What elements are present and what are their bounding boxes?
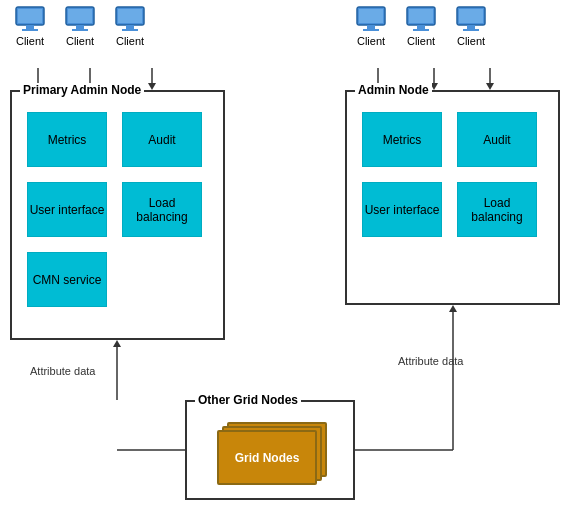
svg-rect-41: [413, 29, 429, 31]
svg-rect-26: [72, 29, 88, 31]
svg-rect-25: [76, 25, 84, 29]
other-grid-nodes-box: Other Grid Nodes Grid Nodes: [185, 400, 355, 500]
audit-left-tile: Audit: [122, 112, 202, 167]
client-left-3: Client: [114, 5, 146, 47]
svg-rect-21: [22, 29, 38, 31]
primary-admin-node-box: Primary Admin Node Metrics Audit User in…: [10, 90, 225, 340]
loadbalancing-right-label: Load balancing: [458, 196, 536, 224]
client-right-2-label: Client: [407, 35, 435, 47]
svg-rect-33: [118, 9, 142, 23]
svg-rect-46: [463, 29, 479, 31]
grid-node-card-front: Grid Nodes: [217, 430, 317, 485]
monitor-icon: [405, 5, 437, 33]
svg-rect-20: [26, 25, 34, 29]
audit-right-tile: Audit: [457, 112, 537, 167]
userinterface-right-tile: User interface: [362, 182, 442, 237]
svg-marker-13: [113, 340, 121, 347]
client-right-1-label: Client: [357, 35, 385, 47]
svg-marker-11: [486, 83, 494, 90]
monitor-icon: [114, 5, 146, 33]
metrics-left-tile: Metrics: [27, 112, 107, 167]
svg-rect-23: [18, 9, 42, 23]
client-left-2-label: Client: [66, 35, 94, 47]
svg-rect-40: [417, 25, 425, 29]
audit-right-label: Audit: [483, 133, 510, 147]
metrics-left-label: Metrics: [48, 133, 87, 147]
attribute-data-left-label: Attribute data: [30, 365, 95, 377]
svg-marker-5: [148, 83, 156, 90]
svg-rect-43: [409, 9, 433, 23]
clients-right-group: Client Client Client: [355, 5, 487, 47]
primary-admin-node-title: Primary Admin Node: [20, 83, 144, 97]
client-right-3-label: Client: [457, 35, 485, 47]
client-left-3-label: Client: [116, 35, 144, 47]
cmn-label: CMN service: [33, 273, 102, 287]
monitor-icon: [14, 5, 46, 33]
monitor-icon: [455, 5, 487, 33]
other-grid-nodes-title: Other Grid Nodes: [195, 393, 301, 407]
metrics-right-tile: Metrics: [362, 112, 442, 167]
admin-node-box: Admin Node Metrics Audit User interface …: [345, 90, 560, 305]
attribute-data-right-label: Attribute data: [398, 355, 463, 367]
metrics-right-label: Metrics: [383, 133, 422, 147]
loadbalancing-right-tile: Load balancing: [457, 182, 537, 237]
svg-rect-35: [367, 25, 375, 29]
client-right-3: Client: [455, 5, 487, 47]
userinterface-left-label: User interface: [30, 203, 105, 217]
svg-marker-15: [449, 305, 457, 312]
diagram: Client Client Client: [0, 0, 572, 530]
svg-rect-28: [68, 9, 92, 23]
userinterface-left-tile: User interface: [27, 182, 107, 237]
client-left-2: Client: [64, 5, 96, 47]
svg-rect-36: [363, 29, 379, 31]
clients-left-group: Client Client Client: [14, 5, 146, 47]
client-right-1: Client: [355, 5, 387, 47]
monitor-icon: [64, 5, 96, 33]
client-right-2: Client: [405, 5, 437, 47]
monitor-icon: [355, 5, 387, 33]
cmn-tile: CMN service: [27, 252, 107, 307]
svg-rect-38: [359, 9, 383, 23]
userinterface-right-label: User interface: [365, 203, 440, 217]
svg-rect-45: [467, 25, 475, 29]
svg-rect-48: [459, 9, 483, 23]
svg-rect-30: [126, 25, 134, 29]
loadbalancing-left-label: Load balancing: [123, 196, 201, 224]
grid-nodes-label: Grid Nodes: [235, 451, 300, 465]
svg-rect-31: [122, 29, 138, 31]
admin-node-title: Admin Node: [355, 83, 432, 97]
loadbalancing-left-tile: Load balancing: [122, 182, 202, 237]
audit-left-label: Audit: [148, 133, 175, 147]
client-left-1-label: Client: [16, 35, 44, 47]
client-left-1: Client: [14, 5, 46, 47]
